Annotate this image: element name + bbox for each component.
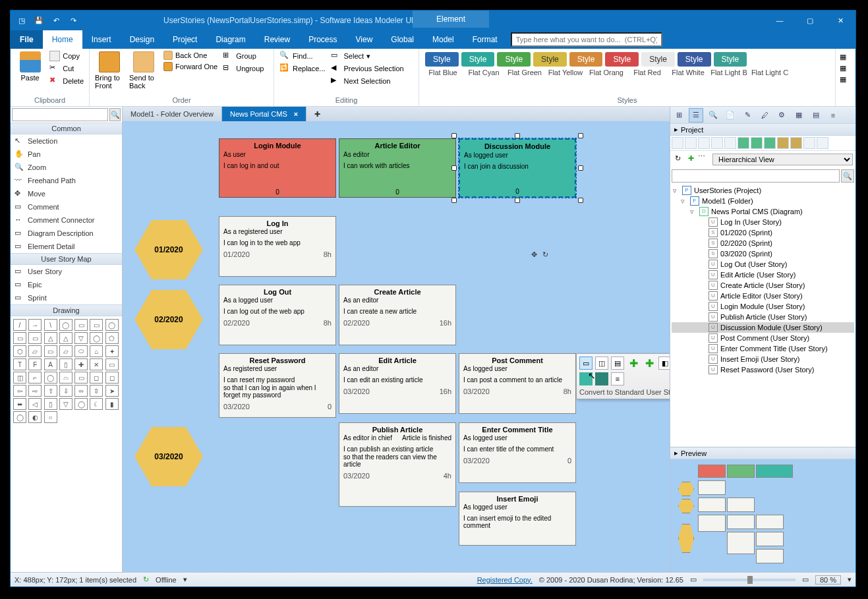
shape-9[interactable]: △ <box>44 332 57 344</box>
tree-node[interactable]: S02/2020 (Sprint) <box>672 238 854 248</box>
project-tree[interactable]: ▿PUserStories (Project)▿FModel1 (Folder)… <box>670 184 855 447</box>
shape-28[interactable]: ◫ <box>13 372 26 384</box>
maximize-button[interactable]: ▢ <box>795 11 825 30</box>
ctx-opt-6[interactable]: ◧ <box>658 357 670 370</box>
add-tab-icon[interactable]: ✚ <box>306 107 328 121</box>
project-search-input[interactable] <box>672 169 840 183</box>
copy-button[interactable]: Copy <box>48 50 85 62</box>
style-flat-light-b[interactable]: Style <box>678 52 711 67</box>
replace-button[interactable]: 🔁Replace... <box>278 63 327 74</box>
tree-node[interactable]: ▿PUserStories (Project) <box>672 185 854 196</box>
shape-45[interactable]: ▽ <box>59 398 72 410</box>
menu-process[interactable]: Process <box>299 30 346 49</box>
shape-25[interactable]: ✚ <box>74 358 88 370</box>
style-flat-cyan[interactable]: Style <box>461 52 495 67</box>
tree-node[interactable]: UEdit Article (User Story) <box>672 270 854 280</box>
story-insert-emoji[interactable]: Insert EmojiAs logged userI can insert e… <box>459 492 576 546</box>
style-flat-green[interactable]: Style <box>497 52 531 67</box>
style-flat-orang[interactable]: Style <box>569 52 603 67</box>
ctx-opt-3[interactable]: ▤ <box>611 357 624 370</box>
shape-22[interactable]: F <box>28 358 42 370</box>
tool-move[interactable]: ✥Move <box>11 187 122 200</box>
shape-7[interactable]: ▭ <box>13 332 26 344</box>
canvas[interactable]: ✥ ↻ ▭ ◫ ▤ ✚ ✚ ◧ 🗀 ▥ × <box>123 121 670 572</box>
tool-pan[interactable]: ✋Pan <box>11 148 122 161</box>
menu-view[interactable]: View <box>347 30 382 49</box>
pt6[interactable] <box>738 137 749 149</box>
selection-handle[interactable] <box>578 165 583 171</box>
shape-41[interactable]: ➤ <box>105 385 119 397</box>
pt4[interactable] <box>711 137 723 149</box>
tool-comment-connector[interactable]: ↔Comment Connector <box>11 214 122 227</box>
tree-node[interactable]: UReset Password (User Story) <box>672 364 854 375</box>
shape-12[interactable]: ◯ <box>90 332 103 344</box>
shape-19[interactable]: ⌂ <box>90 345 103 357</box>
status-offline[interactable]: Offline <box>156 576 177 584</box>
shape-50[interactable]: ◐ <box>28 411 42 423</box>
story-enter-comment-title[interactable]: Enter Comment TitleAs logged userI can e… <box>459 422 576 483</box>
tree-node[interactable]: S01/2020 (Sprint) <box>672 227 854 238</box>
cut-button[interactable]: ✂Cut <box>48 63 85 74</box>
style-flat-white[interactable]: Style <box>641 52 675 67</box>
rt-9[interactable]: ▤ <box>809 108 823 123</box>
epic-login-module[interactable]: Login ModuleAs userI can log in and out0 <box>219 138 336 198</box>
selection-handle[interactable] <box>515 133 520 138</box>
tree-node[interactable]: ▿FModel1 (Folder) <box>672 196 854 206</box>
shape-40[interactable]: ⇳ <box>90 385 103 397</box>
pt5[interactable] <box>724 137 736 149</box>
menu-project[interactable]: Project <box>163 30 206 49</box>
shape-26[interactable]: ✕ <box>90 358 103 370</box>
menu-home[interactable]: Home <box>43 30 82 49</box>
paste-button[interactable]: Paste <box>14 50 45 83</box>
shape-17[interactable]: ▱ <box>59 345 72 357</box>
tree-node[interactable]: ULog In (User Story) <box>672 217 854 227</box>
selection-handle[interactable] <box>451 165 457 171</box>
toolbox-search-input[interactable] <box>12 108 108 121</box>
refresh-icon[interactable]: ↻ <box>672 152 683 164</box>
ctx-color-teal[interactable] <box>579 372 593 385</box>
selection-handle[interactable] <box>515 198 520 203</box>
pt3[interactable] <box>698 137 710 149</box>
minimize-button[interactable]: — <box>765 11 795 30</box>
back-one-button[interactable]: Back One <box>162 50 219 61</box>
rt-10[interactable]: ≡ <box>826 108 840 123</box>
shape-33[interactable]: ◻ <box>90 372 103 384</box>
shape-31[interactable]: ⌓ <box>59 372 72 384</box>
story-log-out[interactable]: Log OutAs a logged userI can log out of … <box>219 285 336 345</box>
tool-zoom[interactable]: 🔍Zoom <box>11 161 122 174</box>
shape-37[interactable]: ⇧ <box>44 385 57 397</box>
tool-selection[interactable]: ↖Selection <box>11 134 122 148</box>
rt-project[interactable]: ☰ <box>689 108 703 123</box>
rt-1[interactable]: ⊞ <box>672 108 686 123</box>
story-reset-password[interactable]: Reset PasswordAs registered userI can re… <box>219 353 336 418</box>
shape-42[interactable]: ⬌ <box>13 398 26 410</box>
rt-7[interactable]: ⚙ <box>774 108 789 123</box>
rt-6[interactable]: 🖊 <box>757 108 772 123</box>
project-search-icon[interactable]: 🔍 <box>841 169 854 183</box>
pt1[interactable] <box>672 137 683 149</box>
pt11[interactable] <box>803 137 815 149</box>
ctx-list-icon[interactable]: ≡ <box>611 372 624 385</box>
rt-8[interactable]: ▦ <box>792 108 806 123</box>
styles-gallery[interactable]: StyleStyleStyleStyleStyleStyleStyleStyle… <box>423 50 749 69</box>
next-selection-button[interactable]: ▶Next Selection <box>330 75 405 87</box>
redo-icon[interactable]: ↷ <box>67 14 79 26</box>
rt-3[interactable]: 🔍 <box>706 108 720 123</box>
bring-to-front-button[interactable]: Bring to Front <box>94 50 125 91</box>
story-log-in[interactable]: Log InAs a registered userI can log in t… <box>219 216 336 277</box>
menu-review[interactable]: Review <box>255 30 299 49</box>
shape-35[interactable]: ⇦ <box>13 385 26 397</box>
tree-node[interactable]: UPublish Article (User Story) <box>672 312 854 322</box>
rotate-handle-icon[interactable]: ↻ <box>542 250 548 259</box>
ctx-add2-icon[interactable]: ✚ <box>643 357 656 370</box>
pt8[interactable] <box>764 137 776 149</box>
ungroup-button[interactable]: ⊟Ungroup <box>221 63 265 74</box>
menu-format[interactable]: Format <box>463 30 507 49</box>
shape-34[interactable]: ◻ <box>105 372 119 384</box>
menu-diagram[interactable]: Diagram <box>206 30 254 49</box>
shape-21[interactable]: T <box>13 358 26 370</box>
zoom-value[interactable]: 80 % <box>815 575 841 585</box>
tree-node[interactable]: UDiscussion Module (User Story) <box>672 322 854 333</box>
style-flat-yellow[interactable]: Style <box>533 52 567 67</box>
shape-10[interactable]: △ <box>59 332 72 344</box>
